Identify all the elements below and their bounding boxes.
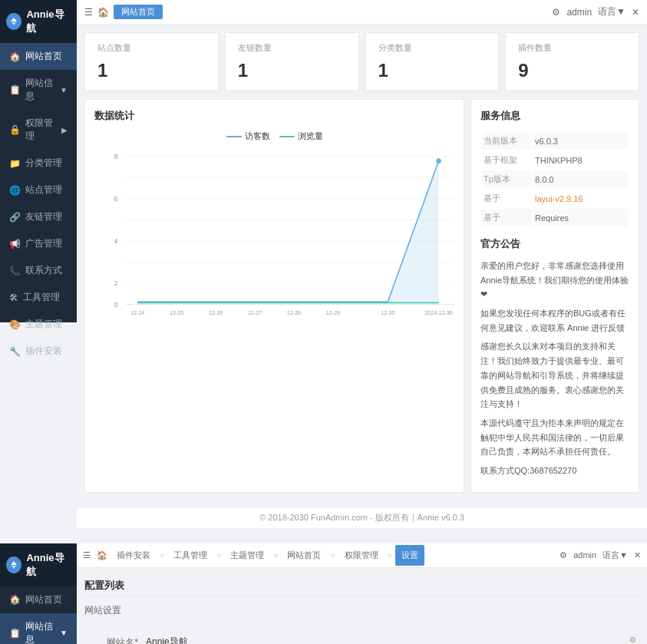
- info-row-version: 当前版本 v6.0.3: [482, 132, 628, 150]
- breadcrumb-homepage[interactable]: 网站首页: [114, 5, 163, 19]
- sidebar-item-categories[interactable]: 📁 分类管理: [0, 150, 77, 177]
- svg-text:8: 8: [114, 152, 117, 160]
- tab-sep1: »: [160, 550, 164, 560]
- sidebar-item-themes[interactable]: 🎨 主题管理: [0, 311, 77, 338]
- notice-p0: 亲爱的用户您好，非常感谢您选择使用Annie导航系统！我们期待您的使用体验❤: [480, 259, 629, 302]
- svg-text:12-26: 12-26: [209, 309, 223, 315]
- server-info-table: 当前版本 v6.0.3 基于框架 THINKPHP8 Tp版本 8.0.0 基于…: [480, 130, 629, 228]
- plugin-icon: 🔧: [9, 346, 21, 357]
- sidebar-item-sites[interactable]: 🌐 站点管理: [0, 177, 77, 203]
- sidebar-item-friendlinks[interactable]: 🔗 友链管理: [0, 203, 77, 230]
- top-sidebar: Annie导航 🏠 网站首页 📋 网站信息 ▼ 🔒 权限管理 ▶ 📁 分类管理 …: [0, 0, 77, 322]
- stat-label-sites: 站点数量: [97, 42, 206, 54]
- settings-main: 配置列表 网站设置 网站名* Annie导航 ⚙ 网站域名* http://ww…: [77, 568, 647, 644]
- phone-icon: 📞: [9, 266, 21, 276]
- info-key-tp: Tp版本: [482, 170, 532, 188]
- svg-marker-22: [137, 161, 439, 305]
- sidebar-item-ads[interactable]: 📢 广告管理: [0, 230, 77, 257]
- tab-sep4: »: [330, 550, 335, 560]
- bottom-sidebar-siteinfo[interactable]: 📋 网站信息 ▼: [0, 613, 77, 644]
- hamburger-icon[interactable]: ☰: [84, 7, 93, 18]
- bottom-admin-label: admin: [573, 550, 596, 560]
- sidebar-item-plugins[interactable]: 🔧 插件安装: [0, 338, 77, 365]
- svg-text:6: 6: [114, 194, 117, 203]
- bottom-language-dropdown[interactable]: 语言▼: [602, 550, 628, 561]
- svg-text:12-24: 12-24: [130, 309, 144, 315]
- tab-themes[interactable]: 主题管理: [224, 545, 270, 566]
- legend-visitors: 访客数: [226, 130, 270, 142]
- info-val-framework: THINKPHP8: [533, 151, 628, 169]
- info-section: 服务信息 当前版本 v6.0.3 基于框架 THINKPHP8 Tp版本 8.0…: [470, 99, 639, 493]
- lock-icon: 🔒: [9, 124, 21, 135]
- link-icon: 🔗: [9, 212, 21, 223]
- settings-icon[interactable]: ⚙: [552, 7, 560, 18]
- bottom-close-icon[interactable]: ✕: [634, 550, 641, 560]
- chart-title: 数据统计: [94, 109, 454, 123]
- notice-title: 官方公告: [480, 237, 629, 251]
- bottom-home-icon: 🏠: [9, 594, 21, 605]
- bottom-home-icon2: 🏠: [97, 550, 107, 560]
- svg-text:2: 2: [114, 279, 117, 287]
- bottom-topbar: ☰ 🏠 插件安装 » 工具管理 » 主题管理 » 网站首页 » 权限管理 » 设…: [77, 543, 647, 568]
- tab-homepage[interactable]: 网站首页: [281, 545, 327, 566]
- stat-card-cats: 分类数量 1: [365, 32, 500, 91]
- home-breadcrumb-icon: 🏠: [97, 7, 109, 18]
- top-screenshot: Annie导航 🏠 网站首页 📋 网站信息 ▼ 🔒 权限管理 ▶ 📁 分类管理 …: [0, 0, 647, 528]
- bottom-settings-icon[interactable]: ⚙: [560, 550, 567, 560]
- tab-settings[interactable]: 设置: [395, 545, 424, 566]
- bottom-screenshot: Annie导航 🏠 网站首页 📋 网站信息 ▼ 设置 🔒 权限管理 📁 分类管理…: [0, 543, 647, 644]
- tab-sep2: »: [216, 550, 221, 560]
- stat-value-plugins: 9: [518, 60, 626, 81]
- notice-p4: 联系方式QQ:3687652270: [480, 464, 629, 478]
- svg-text:2024-12-30: 2024-12-30: [424, 309, 452, 315]
- group-title: 网站设置: [84, 604, 639, 621]
- info-val-tp: 8.0.0: [533, 170, 628, 188]
- language-dropdown[interactable]: 语言▼: [598, 5, 626, 18]
- sidebar-item-homepage[interactable]: 🏠 网站首页: [0, 43, 77, 70]
- stat-value-links: 1: [238, 60, 346, 81]
- notice-p3: 本源代码遵守且为拒本来声明的规定在触犯中华人民共和国法律的，一切后果自己负责，本…: [480, 416, 629, 459]
- two-col-section: 数据统计 访客数 浏览量: [84, 99, 639, 493]
- folder-icon: 📁: [9, 158, 21, 169]
- info-key-requires: 基于: [482, 209, 532, 226]
- ad-icon: 📢: [9, 239, 21, 249]
- info-row-requires: 基于 Requires: [482, 209, 628, 226]
- sidebar-item-siteinfo[interactable]: 📋 网站信息 ▼: [0, 70, 77, 110]
- svg-text:12-25: 12-25: [170, 309, 183, 315]
- close-icon[interactable]: ✕: [632, 7, 639, 18]
- tab-sep3: »: [273, 550, 278, 560]
- tab-plugins[interactable]: 插件安装: [111, 545, 157, 566]
- info-row-tp: Tp版本 8.0.0: [482, 170, 628, 188]
- sidebar-item-tools[interactable]: 🛠 工具管理: [0, 284, 77, 311]
- tab-permissions[interactable]: 权限管理: [338, 545, 385, 566]
- topbar-right: ⚙ admin 语言▼ ✕: [552, 5, 639, 18]
- sidebar-item-permissions[interactable]: 🔒 权限管理 ▶: [0, 110, 77, 150]
- tab-tools[interactable]: 工具管理: [167, 545, 213, 566]
- svg-text:12-28: 12-28: [287, 309, 301, 315]
- server-info-title: 服务信息: [480, 109, 629, 123]
- form-value-sitename: Annie导航: [146, 633, 618, 644]
- info-val-layui: layui-v2.9.16: [533, 190, 628, 207]
- bottom-hamburger-icon[interactable]: ☰: [83, 550, 91, 560]
- stat-label-links: 友链数量: [238, 42, 346, 54]
- info-val-version: v6.0.3: [533, 132, 628, 150]
- official-notice: 官方公告 亲爱的用户您好，非常感谢您选择使用Annie导航系统！我们期待您的使用…: [480, 237, 629, 478]
- stat-label-plugins: 插件数量: [518, 42, 626, 54]
- notice-p1: 如果您发现任何本程序的BUG或者有任何意见建议，欢迎联系 Annie 进行反馈: [480, 306, 629, 335]
- info-key-version: 当前版本: [482, 132, 532, 150]
- info-key-framework: 基于框架: [482, 151, 532, 169]
- svg-text:4: 4: [114, 236, 118, 245]
- top-topbar: ☰ 🏠 网站首页 ⚙ admin 语言▼ ✕: [77, 0, 647, 25]
- sidebar-item-contact[interactable]: 📞 联系方式: [0, 257, 77, 284]
- home-icon: 🏠: [9, 51, 21, 62]
- bottom-sidebar-homepage[interactable]: 🏠 网站首页: [0, 586, 77, 613]
- legend-visitors-dot: [226, 136, 242, 137]
- edit-icon-sitename[interactable]: ⚙: [626, 633, 639, 644]
- admin-label: admin: [566, 7, 592, 18]
- globe-icon: 🌐: [9, 185, 21, 196]
- stat-card-plugins: 插件数量 9: [505, 32, 639, 91]
- stat-label-cats: 分类数量: [378, 42, 487, 54]
- bottom-logo-icon: [6, 556, 21, 573]
- form-row-sitename: 网站名* Annie导航 ⚙: [84, 627, 639, 644]
- bottom-chevron-icon: ▼: [60, 629, 68, 637]
